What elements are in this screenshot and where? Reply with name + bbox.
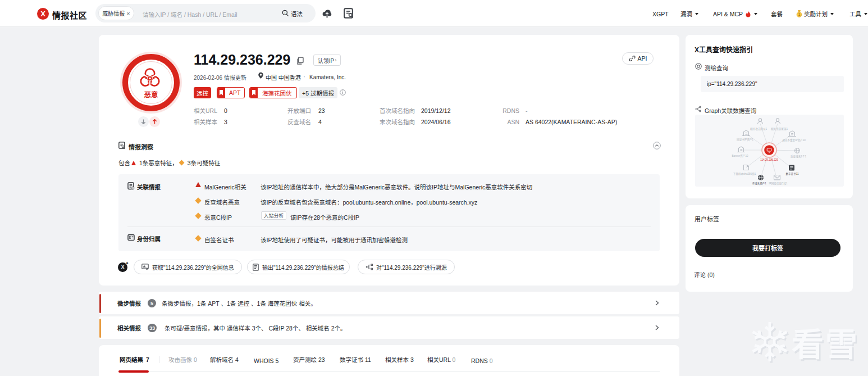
svg-text:114.29.236.229: 114.29.236.229 xyxy=(760,158,778,161)
svg-text:相关攻击团伙1: 相关攻击团伙1 xyxy=(750,127,768,131)
svg-text:Banner资产10: Banner资产10 xyxy=(732,154,748,158)
svg-text:数字证书11: 数字证书11 xyxy=(785,172,799,176)
svg-text:子域名资产1: 子域名资产1 xyxy=(752,182,766,185)
svg-text:1: 1 xyxy=(798,12,801,16)
svg-text:下载样本sha256值1: 下载样本sha256值1 xyxy=(733,172,756,176)
svg-text:相关恶意家族1: 相关恶意家族1 xyxy=(771,127,788,131)
svg-text:看雪: 看雪 xyxy=(792,327,859,363)
svg-text:反查域名2个1: 反查域名2个1 xyxy=(791,155,807,158)
svg-text:同证书IP资产1: 同证书IP资产1 xyxy=(737,138,753,142)
svg-text:IP网段信息C段1: IP网段信息C段1 xyxy=(769,182,788,185)
svg-text:通讯不重复IP资产10: 通讯不重复IP资产10 xyxy=(782,138,806,142)
svg-text:i: i xyxy=(285,11,285,15)
